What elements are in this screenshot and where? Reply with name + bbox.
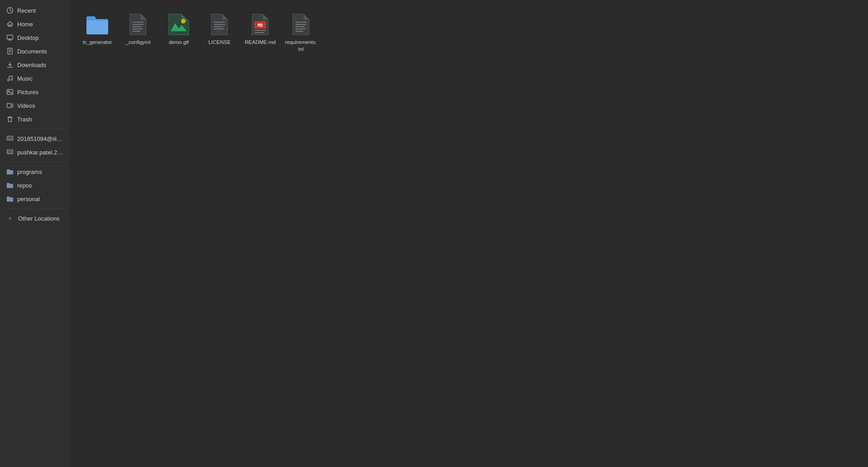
file-item-readme[interactable]: MD README.md xyxy=(242,9,278,56)
sidebar-label-other-locations: Other Locations xyxy=(18,215,60,222)
sidebar-item-home[interactable]: Home xyxy=(2,18,68,30)
videos-icon xyxy=(6,102,14,109)
file-item-license[interactable]: LICENSE xyxy=(201,9,238,56)
md-icon-readme: MD xyxy=(248,13,272,36)
sidebar-label-pictures: Pictures xyxy=(17,89,38,96)
sidebar-item-documents[interactable]: Documents xyxy=(2,45,68,58)
sidebar-label-home: Home xyxy=(17,21,33,28)
sidebar-item-net1[interactable]: 201851094@iiitvado... xyxy=(2,132,68,145)
downloads-icon xyxy=(6,61,14,68)
gif-icon-demo xyxy=(167,13,191,36)
sidebar-item-personal[interactable]: personal xyxy=(2,193,68,205)
doc-icon-license xyxy=(208,13,231,36)
file-item-demo-gif[interactable]: demo.gif xyxy=(161,9,197,56)
sidebar-item-trash[interactable]: Trash xyxy=(2,113,68,125)
folder-icon-personal xyxy=(6,195,14,202)
sidebar-label-music: Music xyxy=(17,75,33,82)
sidebar-label-repos: repos xyxy=(17,182,32,189)
file-name-readme: README.md xyxy=(245,39,276,46)
network-icon-2 xyxy=(6,149,14,156)
svg-rect-1 xyxy=(7,35,13,39)
file-name-configyml: _configyml xyxy=(126,39,151,46)
file-item-tc-generator[interactable]: tc_generator xyxy=(79,9,115,56)
sidebar-divider-2 xyxy=(4,162,66,162)
pictures-icon xyxy=(6,88,14,96)
doc-icon-requirements xyxy=(289,13,313,36)
sidebar-label-net1: 201851094@iiitvado... xyxy=(17,135,63,142)
file-name-demo-gif: demo.gif xyxy=(169,39,189,46)
sidebar-item-programs[interactable]: programs xyxy=(2,165,68,178)
sidebar-item-recent[interactable]: Recent xyxy=(2,4,68,17)
sidebar-item-videos[interactable]: Videos xyxy=(2,99,68,112)
documents-icon xyxy=(6,48,14,55)
music-icon xyxy=(6,75,14,82)
file-name-license: LICENSE xyxy=(208,39,230,46)
home-icon xyxy=(6,20,14,28)
sidebar-label-programs: programs xyxy=(17,169,42,175)
svg-point-27 xyxy=(181,19,186,24)
sidebar-item-downloads[interactable]: Downloads xyxy=(2,58,68,71)
file-name-tc-generator: tc_generator xyxy=(83,39,112,46)
sidebar-label-recent: Recent xyxy=(17,7,36,14)
sidebar-item-repos[interactable]: repos xyxy=(2,179,68,192)
sidebar: Recent Home Desktop xyxy=(0,0,70,467)
sidebar-label-trash: Trash xyxy=(17,116,32,123)
sidebar-divider-3 xyxy=(4,208,66,209)
folder-icon-tc-generator xyxy=(86,13,109,36)
svg-text:MD: MD xyxy=(258,23,263,28)
sidebar-item-desktop[interactable]: Desktop xyxy=(2,31,68,44)
sidebar-label-documents: Documents xyxy=(17,48,47,55)
sidebar-label-desktop: Desktop xyxy=(17,34,39,41)
sidebar-divider-1 xyxy=(4,129,66,129)
sidebar-item-other-locations[interactable]: + Other Locations xyxy=(2,212,68,225)
file-browser-main: tc_generator _configyml xyxy=(70,0,868,467)
sidebar-label-personal: personal xyxy=(17,196,40,202)
sidebar-label-net2: pushkar.patel.21.1.20... xyxy=(17,149,63,156)
file-item-configyml[interactable]: _configyml xyxy=(120,9,156,56)
desktop-icon xyxy=(6,34,14,41)
file-name-requirements: requirements.txt xyxy=(285,39,317,53)
sidebar-item-music[interactable]: Music xyxy=(2,72,68,85)
sidebar-label-videos: Videos xyxy=(17,102,35,109)
file-item-requirements[interactable]: requirements.txt xyxy=(283,9,319,56)
sidebar-item-pictures[interactable]: Pictures xyxy=(2,86,68,98)
folder-icon-repos xyxy=(6,182,14,189)
plus-icon: + xyxy=(6,215,14,222)
sidebar-item-net2[interactable]: pushkar.patel.21.1.20... xyxy=(2,146,68,159)
network-icon-1 xyxy=(6,135,14,142)
folder-icon-programs xyxy=(6,168,14,175)
svg-rect-13 xyxy=(7,104,11,108)
trash-icon xyxy=(6,116,14,123)
sidebar-label-downloads: Downloads xyxy=(17,62,46,68)
doc-icon-configyml xyxy=(126,13,150,36)
clock-icon xyxy=(6,7,14,14)
